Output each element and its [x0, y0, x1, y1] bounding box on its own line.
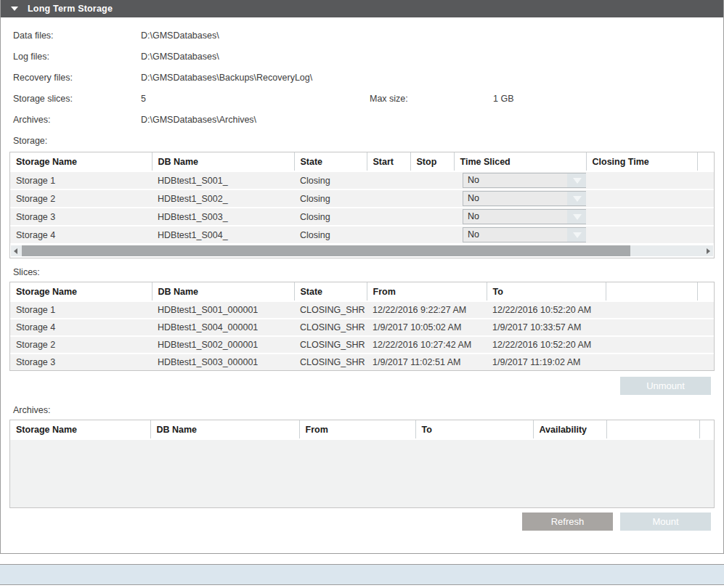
- storage-row-1[interactable]: Storage 1 HDBtest1_S001_ Closing No: [10, 171, 714, 189]
- cell-stop: [410, 171, 454, 189]
- archives-col-filler: [699, 420, 714, 438]
- archives-col-storage-name[interactable]: Storage Name: [10, 420, 150, 438]
- storage-col-closing-time[interactable]: Closing Time: [586, 152, 697, 171]
- cell-state: CLOSING_SHR: [294, 319, 367, 336]
- cell-state: Closing: [294, 189, 367, 208]
- time-sliced-value: No: [463, 210, 567, 224]
- archives-path-label: Archives:: [13, 115, 141, 125]
- settings-form: Data files: D:\GMSDatabases\ Log files: …: [1, 25, 723, 130]
- cell-to: 1/9/2017 10:33:57 AM: [487, 319, 606, 336]
- recovery-files-row: Recovery files: D:\GMSDatabases\Backups\…: [1, 67, 723, 88]
- storage-col-storage-name[interactable]: Storage Name: [10, 152, 152, 171]
- time-sliced-dropdown[interactable]: No: [463, 227, 586, 242]
- slices-col-storage-name[interactable]: Storage Name: [10, 282, 152, 301]
- dropdown-arrow-icon[interactable]: [567, 228, 586, 242]
- cell-db-name: HDBtest1_S003_: [152, 208, 294, 226]
- storage-col-state[interactable]: State: [294, 152, 367, 171]
- storage-row-4[interactable]: Storage 4 HDBtest1_S004_ Closing No: [10, 226, 714, 243]
- panel-header[interactable]: Long Term Storage: [1, 0, 723, 17]
- archives-path-row: Archives: D:\GMSDatabases\Archives\: [1, 109, 723, 130]
- dropdown-arrow-icon[interactable]: [567, 173, 586, 187]
- slices-section-label: Slices:: [1, 267, 723, 277]
- horizontal-scrollbar[interactable]: [11, 245, 713, 256]
- scroll-right-arrow-icon[interactable]: [704, 245, 713, 256]
- cell-storage-name: Storage 3: [10, 354, 152, 370]
- log-files-value: D:\GMSDatabases\: [141, 52, 219, 62]
- archives-col-availability[interactable]: Availability: [533, 420, 606, 438]
- time-sliced-dropdown[interactable]: No: [463, 191, 586, 206]
- cell-stop: [410, 226, 454, 243]
- collapse-chevron-icon[interactable]: [11, 7, 18, 11]
- recovery-files-value: D:\GMSDatabases\Backups\RecoveryLog\: [141, 73, 312, 83]
- cell-from: 12/22/2016 10:27:42 AM: [367, 336, 487, 354]
- cell-closing-time: [586, 171, 697, 189]
- slices-header-row: Storage Name DB Name State From To: [10, 282, 714, 301]
- log-files-label: Log files:: [13, 52, 141, 62]
- dropdown-arrow-icon[interactable]: [567, 192, 586, 205]
- footer-bar[interactable]: [0, 564, 724, 585]
- storage-section-label: Storage:: [1, 136, 723, 146]
- cell-db-name: HDBtest1_S003_000001: [152, 354, 294, 370]
- cell-from: 1/9/2017 11:02:51 AM: [367, 354, 487, 370]
- cell-stop: [410, 189, 454, 208]
- slices-col-db-name[interactable]: DB Name: [152, 282, 294, 301]
- storage-col-stop[interactable]: Stop: [410, 152, 454, 171]
- archives-col-db-name[interactable]: DB Name: [150, 420, 299, 438]
- panel-title: Long Term Storage: [28, 4, 113, 14]
- slices-grid: Storage Name DB Name State From To Stora…: [9, 282, 715, 371]
- time-sliced-value: No: [463, 192, 567, 205]
- cell-state: CLOSING_SHR: [294, 354, 367, 370]
- storage-slices-value: 5: [141, 94, 370, 104]
- storage-slices-row: Storage slices: 5 Max size: 1 GB: [1, 88, 723, 109]
- cell-storage-name: Storage 4: [10, 319, 152, 336]
- mount-button[interactable]: Mount: [620, 513, 711, 531]
- data-files-label: Data files:: [13, 30, 141, 41]
- slices-col-from[interactable]: From: [367, 282, 487, 301]
- cell-from: 12/22/2016 9:22:27 AM: [367, 301, 487, 319]
- cell-db-name: HDBtest1_S001_: [152, 171, 294, 189]
- slice-row-2[interactable]: Storage 4 HDBtest1_S004_000001 CLOSING_S…: [10, 319, 714, 336]
- archives-col-to[interactable]: To: [415, 420, 533, 438]
- slices-col-empty: [606, 282, 697, 301]
- slices-col-state[interactable]: State: [294, 282, 367, 301]
- time-sliced-value: No: [463, 228, 567, 242]
- unmount-button[interactable]: Unmount: [620, 377, 711, 395]
- scrollbar-thumb[interactable]: [22, 245, 630, 256]
- slice-row-1[interactable]: Storage 1 HDBtest1_S001_000001 CLOSING_S…: [10, 301, 714, 319]
- storage-header-row: Storage Name DB Name State Start Stop Ti…: [10, 152, 714, 171]
- archives-path-value: D:\GMSDatabases\Archives\: [141, 115, 256, 125]
- data-files-row: Data files: D:\GMSDatabases\: [1, 25, 723, 46]
- storage-col-start[interactable]: Start: [367, 152, 410, 171]
- cell-storage-name: Storage 4: [10, 226, 152, 243]
- archives-empty-body: [10, 438, 714, 507]
- max-size-label: Max size:: [370, 94, 493, 104]
- scroll-left-arrow-icon[interactable]: [11, 245, 20, 256]
- cell-state: CLOSING_SHR: [294, 301, 367, 319]
- cell-state: Closing: [294, 208, 367, 226]
- cell-db-name: HDBtest1_S002_000001: [152, 336, 294, 354]
- slice-row-4[interactable]: Storage 3 HDBtest1_S003_000001 CLOSING_S…: [10, 354, 714, 370]
- archives-col-empty: [606, 420, 699, 438]
- time-sliced-dropdown[interactable]: No: [463, 209, 586, 224]
- cell-start: [367, 226, 410, 243]
- slice-row-3[interactable]: Storage 2 HDBtest1_S002_000001 CLOSING_S…: [10, 336, 714, 354]
- storage-row-2[interactable]: Storage 2 HDBtest1_S002_ Closing No: [10, 189, 714, 208]
- refresh-button[interactable]: Refresh: [522, 513, 613, 531]
- storage-row-3[interactable]: Storage 3 HDBtest1_S003_ Closing No: [10, 208, 714, 226]
- storage-col-time-sliced[interactable]: Time Sliced: [454, 152, 586, 171]
- dropdown-arrow-icon[interactable]: [567, 210, 586, 224]
- cell-db-name: HDBtest1_S001_000001: [152, 301, 294, 319]
- cell-storage-name: Storage 1: [10, 301, 152, 319]
- time-sliced-value: No: [463, 173, 567, 187]
- archives-grid: Storage Name DB Name From To Availabilit…: [9, 420, 715, 508]
- cell-start: [367, 189, 410, 208]
- archives-col-from[interactable]: From: [299, 420, 415, 438]
- time-sliced-dropdown[interactable]: No: [463, 173, 586, 188]
- cell-start: [367, 171, 410, 189]
- cell-stop: [410, 208, 454, 226]
- storage-col-db-name[interactable]: DB Name: [152, 152, 294, 171]
- slices-col-to[interactable]: To: [487, 282, 606, 301]
- storage-grid: Storage Name DB Name State Start Stop Ti…: [9, 152, 715, 258]
- recovery-files-label: Recovery files:: [13, 73, 141, 83]
- cell-db-name: HDBtest1_S004_: [152, 226, 294, 243]
